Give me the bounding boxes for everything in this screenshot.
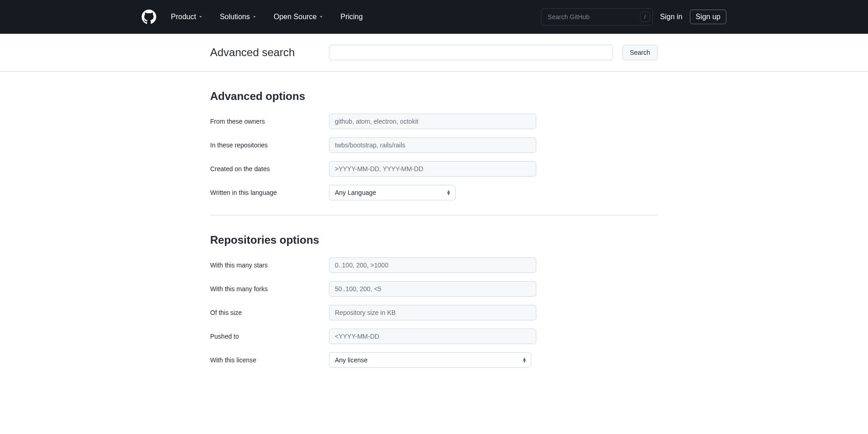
repositories-options-title: Repositories options [210, 234, 658, 246]
created-row: Created on the dates [210, 161, 658, 177]
language-label: Written in this language [210, 189, 329, 196]
nav-pricing-label: Pricing [340, 13, 363, 21]
global-search-box: / [541, 8, 653, 26]
signup-button[interactable]: Sign up [690, 10, 726, 24]
advanced-search-input[interactable] [329, 45, 613, 60]
nav-opensource[interactable]: Open Source [266, 9, 331, 25]
nav-opensource-label: Open Source [274, 13, 317, 21]
repos-input[interactable] [329, 137, 536, 153]
owners-input[interactable] [329, 114, 536, 129]
advanced-options-section: Advanced options From these owners In th… [210, 72, 658, 215]
main-header: Product Solutions Open Source Pricing / … [0, 0, 868, 34]
size-input[interactable] [329, 305, 536, 320]
header-right: / Sign in Sign up [541, 8, 726, 26]
nav-solutions[interactable]: Solutions [212, 9, 265, 25]
stars-label: With this many stars [210, 261, 329, 269]
global-search-input[interactable] [541, 8, 653, 26]
created-label: Created on the dates [210, 165, 329, 173]
github-icon [142, 10, 156, 24]
language-select-wrap: Any Language ▲▼ [329, 185, 455, 200]
language-select[interactable]: Any Language [329, 185, 455, 200]
created-input[interactable] [329, 161, 536, 177]
license-label: With this license [210, 356, 329, 364]
page-title: Advanced search [210, 46, 320, 59]
size-row: Of this size [210, 305, 658, 320]
main-content: Advanced options From these owners In th… [203, 72, 665, 368]
owners-label: From these owners [210, 118, 329, 125]
owners-row: From these owners [210, 114, 658, 129]
search-button[interactable]: Search [622, 45, 658, 60]
stars-input[interactable] [329, 257, 536, 273]
chevron-down-icon [198, 14, 203, 20]
pushed-input[interactable] [329, 329, 536, 344]
nav-product-label: Product [171, 13, 196, 21]
subheader-inner: Advanced search Search [203, 45, 665, 60]
nav-pricing[interactable]: Pricing [333, 9, 370, 25]
nav-product[interactable]: Product [164, 9, 211, 25]
github-logo[interactable] [142, 10, 156, 24]
nav-solutions-label: Solutions [220, 13, 250, 21]
license-select[interactable]: Any license [329, 352, 531, 368]
signin-link[interactable]: Sign in [660, 13, 683, 21]
stars-row: With this many stars [210, 257, 658, 273]
repos-label: In these repositories [210, 141, 329, 149]
search-shortcut-key: / [640, 12, 650, 22]
repos-row: In these repositories [210, 137, 658, 153]
forks-input[interactable] [329, 281, 536, 297]
repositories-options-section: Repositories options With this many star… [210, 215, 658, 368]
chevron-down-icon [318, 14, 324, 20]
subheader: Advanced search Search [0, 34, 868, 72]
forks-row: With this many forks [210, 281, 658, 297]
license-select-wrap: Any license ▲▼ [329, 352, 531, 368]
forks-label: With this many forks [210, 285, 329, 293]
language-row: Written in this language Any Language ▲▼ [210, 185, 658, 200]
pushed-label: Pushed to [210, 333, 329, 340]
chevron-down-icon [252, 14, 257, 20]
pushed-row: Pushed to [210, 329, 658, 344]
advanced-options-title: Advanced options [210, 90, 658, 103]
size-label: Of this size [210, 309, 329, 316]
header-inner: Product Solutions Open Source Pricing / … [142, 8, 726, 26]
main-nav: Product Solutions Open Source Pricing [164, 9, 541, 25]
license-row: With this license Any license ▲▼ [210, 352, 658, 368]
